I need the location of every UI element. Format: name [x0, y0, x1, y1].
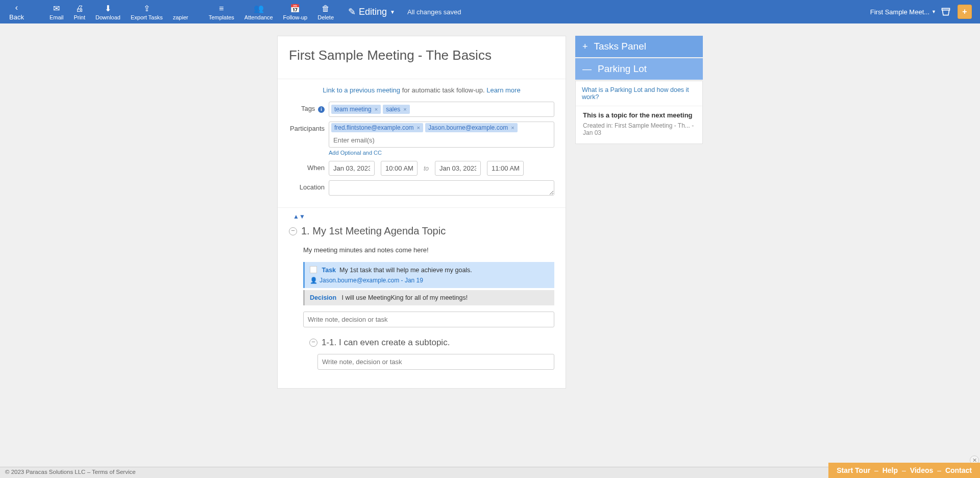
toolbar-label: Templates	[209, 14, 234, 20]
link-mid-text: for automatic task follow-up.	[400, 86, 486, 94]
to-label: to	[424, 165, 429, 172]
decision-text: I will use MeetingKing for all of my mee…	[342, 294, 468, 301]
when-label: When	[289, 161, 329, 176]
toolbar-delete[interactable]: 🗑 Delete	[312, 4, 339, 20]
copyright: © 2023 Paracas Solutions LLC	[5, 469, 85, 475]
subtopic-note-input[interactable]	[317, 354, 554, 370]
parking-lot-body: What is a Parking Lot and how does it wo…	[575, 81, 703, 144]
editing-mode-dropdown[interactable]: ✎ Editing ▼	[348, 6, 395, 17]
task-text: My 1st task that will help me achieve my…	[339, 267, 472, 274]
task-item[interactable]: Task My 1st task that will help me achie…	[303, 262, 554, 288]
link-previous-meeting[interactable]: Link to a previous meeting	[323, 86, 400, 94]
participants-input[interactable]: fred.flintstone@example.com× Jason.bourn…	[329, 122, 554, 148]
back-button[interactable]: ‹ Back	[4, 3, 29, 21]
meeting-breadcrumb-dropdown[interactable]: First Sample Meet... ▼	[870, 8, 936, 16]
tags-input[interactable]: team meeting× sales×	[329, 102, 554, 117]
tag: sales×	[383, 105, 409, 114]
videos-link[interactable]: Videos	[910, 466, 934, 474]
editing-label: Editing	[359, 7, 387, 17]
toolbar-label: Download	[95, 14, 120, 20]
reorder-controls[interactable]: ▲▼	[289, 211, 554, 222]
subtopic: − 1-1. I can even create a subtopic.	[309, 338, 554, 377]
task-label: Task	[322, 267, 336, 274]
toolbar-label: Delete	[317, 14, 334, 20]
learn-more-link[interactable]: Learn more	[486, 86, 520, 94]
terms-link[interactable]: Terms of Service	[92, 469, 136, 475]
tags-row: Tags i team meeting× sales×	[278, 101, 566, 121]
decision-item[interactable]: Decision I will use MeetingKing for all …	[303, 290, 554, 305]
tasks-panel-header[interactable]: + Tasks Panel	[575, 36, 703, 57]
email-icon: ✉	[53, 4, 60, 14]
collapse-toggle[interactable]: −	[289, 227, 297, 235]
link-previous-row: Link to a previous meeting for automatic…	[278, 79, 566, 101]
start-tour-link[interactable]: Start Tour	[837, 466, 870, 474]
toolbar-email[interactable]: ✉ Email	[44, 4, 69, 20]
user-icon: 👤	[310, 277, 317, 284]
meeting-title[interactable]: First Sample Meeting - The Basics	[278, 36, 566, 79]
help-bar: Start Tour – Help – Videos – Contact	[828, 463, 980, 478]
topic-title[interactable]: 1. My 1st Meeting Agenda Topic	[301, 225, 446, 237]
location-label: Location	[289, 180, 329, 197]
menu-icon: ≡	[219, 4, 224, 14]
tag-remove-icon[interactable]: ×	[511, 125, 514, 131]
toolbar-label: Print	[74, 14, 85, 20]
caret-down-icon[interactable]: ▼	[299, 213, 305, 220]
add-button[interactable]: +	[958, 5, 972, 19]
participant-tag: fred.flintstone@example.com×	[331, 123, 423, 132]
toolbar-follow-up[interactable]: 📅 Follow-up	[278, 4, 313, 20]
parking-item-title: This is a topic for the next meeting	[583, 111, 695, 119]
end-time-input[interactable]	[487, 161, 524, 176]
start-time-input[interactable]	[381, 161, 418, 176]
subtopic-title[interactable]: 1-1. I can even create a subtopic.	[322, 338, 450, 348]
edit-icon: ✎	[348, 6, 356, 17]
note-input[interactable]	[303, 312, 554, 327]
collapse-toggle[interactable]: −	[309, 339, 317, 347]
task-assignee[interactable]: Jason.bourne@example.com - Jan 19	[320, 277, 423, 284]
tasks-panel-label: Tasks Panel	[594, 41, 646, 52]
task-checkbox[interactable]	[310, 266, 317, 273]
participant-tag: Jason.bourne@example.com×	[425, 123, 518, 132]
tags-label: Tags i	[289, 102, 329, 117]
chevron-down-icon: ▼	[932, 9, 936, 14]
back-label: Back	[9, 13, 24, 21]
participants-label: Participants	[289, 122, 329, 156]
add-optional-cc-link[interactable]: Add Optional and CC	[329, 150, 382, 156]
caret-up-icon[interactable]: ▲	[293, 213, 299, 220]
export-icon: ⇪	[143, 4, 150, 14]
calendar-icon: 📅	[290, 4, 300, 14]
help-link[interactable]: Help	[883, 466, 898, 474]
when-row: When to	[278, 160, 566, 180]
topics-section: ▲▼ − 1. My 1st Meeting Agenda Topic My m…	[278, 208, 566, 388]
parking-lot-header[interactable]: — Parking Lot	[575, 58, 703, 80]
start-date-input[interactable]	[329, 161, 375, 176]
print-icon: 🖨	[76, 4, 84, 14]
parking-item-meta: Created in: First Sample Meeting - Th...…	[583, 122, 695, 136]
parking-lot-help-link[interactable]: What is a Parking Lot and how does it wo…	[576, 81, 702, 106]
archive-button[interactable]	[939, 7, 952, 17]
save-status: All changes saved	[407, 8, 461, 16]
toolbar-download[interactable]: ⬇ Download	[90, 4, 126, 20]
location-input[interactable]	[329, 180, 554, 196]
parking-lot-item[interactable]: This is a topic for the next meeting Cre…	[576, 106, 702, 144]
toolbar-zapier[interactable]: zapier	[168, 4, 193, 20]
archive-icon	[941, 7, 951, 17]
toolbar-attendance[interactable]: 👥 Attendance	[239, 4, 278, 20]
contact-link[interactable]: Contact	[945, 466, 972, 474]
end-date-input[interactable]	[435, 161, 481, 176]
right-column: + Tasks Panel — Parking Lot What is a Pa…	[575, 36, 703, 144]
top-toolbar: ‹ Back ✉ Email 🖨 Print ⬇ Download ⇪ Expo…	[0, 0, 980, 23]
toolbar-templates[interactable]: ≡ Templates	[204, 4, 239, 20]
toolbar-export-tasks[interactable]: ⇪ Export Tasks	[126, 4, 168, 20]
toolbar-print[interactable]: 🖨 Print	[68, 4, 90, 20]
tag-remove-icon[interactable]: ×	[403, 106, 406, 112]
topic-note[interactable]: My meeting minutes and notes come here!	[303, 246, 554, 254]
toolbar-label: zapier	[173, 14, 188, 20]
tag-remove-icon[interactable]: ×	[375, 106, 378, 112]
participants-row: Participants fred.flintstone@example.com…	[278, 121, 566, 160]
tag-remove-icon[interactable]: ×	[417, 125, 420, 131]
toolbar-label: Email	[50, 14, 64, 20]
participants-email-input[interactable]	[331, 134, 552, 146]
parking-lot-label: Parking Lot	[598, 63, 647, 75]
plus-icon: +	[962, 7, 967, 16]
info-icon[interactable]: i	[318, 106, 325, 113]
